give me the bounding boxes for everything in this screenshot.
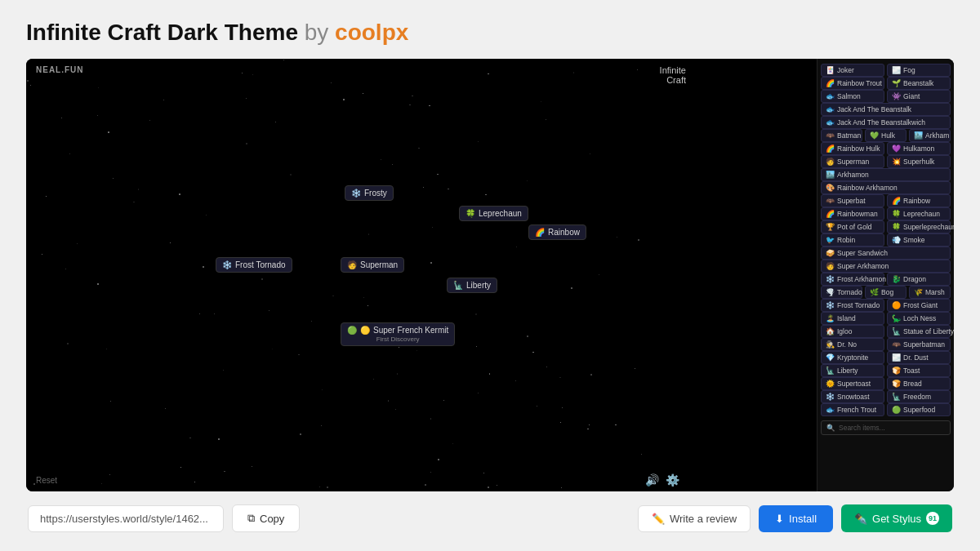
sidebar-row-10: 🦇Superbat🌈Rainbow — [821, 194, 951, 207]
sidebar-tag-french-trout[interactable]: 🐟French Trout — [821, 403, 884, 416]
game-area[interactable]: NEAL.FUN Infinite Craft ❄️ Frosty 🍀 Lepr… — [26, 59, 817, 491]
sidebar-tag-dragon[interactable]: 🐉Dragon — [887, 273, 951, 286]
sidebar-tag-giant[interactable]: 👾Giant — [887, 90, 951, 103]
sidebar-tag-hulkamon[interactable]: 💜Hulkamon — [887, 142, 951, 155]
copy-icon: ⧉ — [247, 512, 255, 525]
game-screenshot: NEAL.FUN Infinite Craft ❄️ Frosty 🍀 Lepr… — [26, 59, 954, 491]
infinite-craft-logo: Infinite Craft — [660, 65, 686, 85]
sidebar-tag-superfood[interactable]: 🟢Superfood — [887, 403, 951, 416]
sound-icon[interactable]: 🔊 — [645, 473, 659, 487]
sidebar-tag-pot-of-gold[interactable]: 🏆Pot of Gold — [821, 220, 884, 233]
action-bar: https://userstyles.world/style/1462... ⧉… — [26, 504, 954, 532]
sidebar-tag-frost-arkhamon[interactable]: ❄️Frost Arkhamon — [821, 273, 884, 286]
sidebar-tag-leprechaun[interactable]: 🍀Leprechaun — [887, 207, 951, 220]
sidebar-tag-rainbow-arkhamon[interactable]: 🎨Rainbow Arkhamon — [821, 181, 951, 194]
sidebar-row-19: 🏝️Island🦕Loch Ness — [821, 312, 951, 325]
top-bar: NEAL.FUN Infinite Craft — [36, 65, 817, 74]
settings-icon[interactable]: ⚙️ — [666, 473, 679, 487]
sidebar-tag-superleprechaun[interactable]: 🍀Superleprechaun — [887, 220, 951, 233]
sidebar-tag-dr.-dust[interactable]: 🌫️Dr. Dust — [887, 351, 951, 364]
sidebar-tag-frost-tornado[interactable]: ❄️Frost Tornado — [821, 299, 884, 312]
sidebar-tag-salmon[interactable]: 🐟Salmon — [821, 90, 884, 103]
get-stylus-button[interactable]: ✒️ Get Stylus 91 — [841, 504, 952, 532]
sidebar-tag-snowtoast[interactable]: ❄️Snowtoast — [821, 390, 884, 403]
sidebar-row-23: 🗽Liberty🍞Toast — [821, 364, 951, 377]
sidebar-tag-superhulk[interactable]: 💥Superhulk — [887, 155, 951, 168]
sidebar-tag-hulk[interactable]: 💚Hulk — [865, 129, 906, 142]
sidebar-tag-super-arkhamon[interactable]: 🧑Super Arkhamon — [821, 260, 951, 273]
sidebar-tag-fog[interactable]: 🌫️Fog — [887, 64, 951, 77]
sidebar-tag-igloo[interactable]: 🏠Igloo — [821, 325, 884, 338]
sidebar-tag-rainbow-trout[interactable]: 🌈Rainbow Trout — [821, 77, 884, 90]
game-tag-frosty[interactable]: ❄️ Frosty — [345, 185, 394, 201]
sidebar-row-6: 🌈Rainbow Hulk💜Hulkamon — [821, 142, 951, 155]
sidebar-row-2: 🐟Salmon👾Giant — [821, 90, 951, 103]
sidebar-tag-supertoast[interactable]: 🌞Supertoast — [821, 377, 884, 390]
sidebar-tag-superbat[interactable]: 🦇Superbat — [821, 194, 884, 207]
sidebar-tag-statue-of-liberty[interactable]: 🗽Statue of Liberty — [887, 325, 951, 338]
sidebar-tag-frost-giant[interactable]: 🟠Frost Giant — [887, 299, 951, 312]
sidebar-tag-batman[interactable]: 🦇Batman — [821, 129, 862, 142]
sidebar-row-7: 🧑Superman💥Superhulk — [821, 155, 951, 168]
page-title: Infinite Craft Dark Theme by coolpx — [26, 20, 954, 46]
sidebar-tag-rainbow-hulk[interactable]: 🌈Rainbow Hulk — [821, 142, 884, 155]
sidebar-row-17: 🌪️Tornado🌿Bog🌾Marsh — [821, 286, 951, 299]
sidebar-row-15: 🧑Super Arkhamon — [821, 260, 951, 273]
sidebar-row-18: ❄️Frost Tornado🟠Frost Giant — [821, 299, 951, 312]
game-tag-leprechaun[interactable]: 🍀 Leprechaun — [459, 206, 528, 221]
sidebar-tag-arkham[interactable]: 🏙️Arkham — [909, 129, 951, 142]
sidebar-row-9: 🎨Rainbow Arkhamon — [821, 181, 951, 194]
sidebar-tag-bog[interactable]: 🌿Bog — [865, 286, 906, 299]
sidebar-tag-marsh[interactable]: 🌾Marsh — [909, 286, 951, 299]
sidebar-row-25: ❄️Snowtoast🗽Freedom — [821, 390, 951, 403]
sidebar-tag-dr.-no[interactable]: 🕵️Dr. No — [821, 338, 884, 351]
game-tag-superman[interactable]: 🧑 Superman — [341, 257, 404, 273]
search-bar[interactable]: 🔍 Search items... — [821, 420, 951, 435]
sidebar-tag-loch-ness[interactable]: 🦕Loch Ness — [887, 312, 951, 325]
sidebar-row-5: 🦇Batman💚Hulk🏙️Arkham — [821, 129, 951, 142]
pencil-icon: ✏️ — [652, 513, 665, 525]
game-tag-liberty[interactable]: 🗽 Liberty — [447, 278, 497, 293]
sidebar-row-1: 🌈Rainbow Trout🌱Beanstalk — [821, 77, 951, 90]
sidebar-tag-beanstalk[interactable]: 🌱Beanstalk — [887, 77, 951, 90]
sidebar-tag-liberty[interactable]: 🗽Liberty — [821, 364, 884, 377]
sidebar-tag-island[interactable]: 🏝️Island — [821, 312, 884, 325]
sidebar-tag-superman[interactable]: 🧑Superman — [821, 155, 884, 168]
search-icon: 🔍 — [826, 424, 835, 432]
download-icon: ⬇ — [775, 513, 784, 525]
sidebar-tag-rainbowman[interactable]: 🌈Rainbowman — [821, 207, 884, 220]
game-tag-frost-tornado[interactable]: ❄️ Frost Tornado — [216, 257, 292, 273]
sidebar-row-16: ❄️Frost Arkhamon🐉Dragon — [821, 273, 951, 286]
sidebar-tag-freedom[interactable]: 🗽Freedom — [887, 390, 951, 403]
bottom-icons: 🔊 ⚙️ — [645, 473, 679, 487]
sidebar-tag-joker[interactable]: 🃏Joker — [821, 64, 884, 77]
game-tag-super-french-kermit[interactable]: 🟢 🟡 Super French Kermit First Discovery — [341, 322, 455, 346]
sidebar-tag-bread[interactable]: 🍞Bread — [887, 377, 951, 390]
sidebar-tag-rainbow[interactable]: 🌈Rainbow — [887, 194, 951, 207]
sidebar-row-0: 🃏Joker🌫️Fog — [821, 64, 951, 77]
sidebar-tag-jack-and-the-beanstalk[interactable]: 🐟Jack And The Beanstalk — [821, 103, 951, 116]
sidebar-tag-jack-and-the-beanstalkwich[interactable]: 🐟Jack And The Beanstalkwich — [821, 116, 951, 129]
copy-button[interactable]: ⧉ Copy — [232, 504, 300, 532]
sidebar-row-4: 🐟Jack And The Beanstalkwich — [821, 116, 951, 129]
sidebar-tag-toast[interactable]: 🍞Toast — [887, 364, 951, 377]
sidebar-row-22: 💎Kryptonite🌫️Dr. Dust — [821, 351, 951, 364]
sidebar-row-12: 🏆Pot of Gold🍀Superleprechaun — [821, 220, 951, 233]
reset-label[interactable]: Reset — [36, 476, 57, 485]
stylus-icon: ✒️ — [854, 513, 867, 525]
url-field[interactable]: https://userstyles.world/style/1462... — [28, 505, 224, 532]
sidebar-tag-super-sandwich[interactable]: 🥪Super Sandwich — [821, 247, 951, 260]
sidebar-tag-smoke[interactable]: 💨Smoke — [887, 233, 951, 247]
install-button[interactable]: ⬇ Install — [759, 505, 833, 532]
sidebar-tag-superbatman[interactable]: 🦇Superbatman — [887, 338, 951, 351]
sidebar-tag-robin[interactable]: 🐦Robin — [821, 233, 884, 247]
write-review-button[interactable]: ✏️ Write a review — [638, 505, 751, 532]
sidebar-tag-kryptonite[interactable]: 💎Kryptonite — [821, 351, 884, 364]
sidebar-row-24: 🌞Supertoast🍞Bread — [821, 377, 951, 390]
sidebar-tag-arkhamon[interactable]: 🏙️Arkhamon — [821, 168, 951, 181]
game-tag-rainbow[interactable]: 🌈 Rainbow — [528, 224, 586, 240]
sidebar-row-26: 🐟French Trout🟢Superfood — [821, 403, 951, 416]
sidebar-panel: 🃏Joker🌫️Fog🌈Rainbow Trout🌱Beanstalk🐟Salm… — [817, 59, 954, 491]
sidebar-tag-tornado[interactable]: 🌪️Tornado — [821, 286, 862, 299]
sidebar-row-3: 🐟Jack And The Beanstalk — [821, 103, 951, 116]
